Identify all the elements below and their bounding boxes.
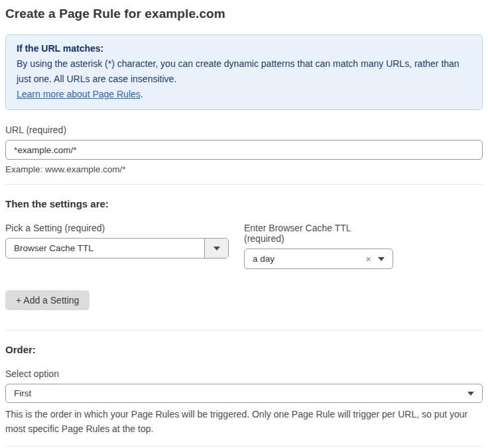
setting-picker-value: Browser Cache TTL xyxy=(6,243,204,253)
url-example-helper: Example: www.example.com/* xyxy=(5,164,483,174)
chevron-down-icon[interactable] xyxy=(204,239,228,258)
order-select[interactable]: First xyxy=(5,384,483,403)
setting-picker-select[interactable]: Browser Cache TTL xyxy=(5,238,229,258)
url-match-info-box: If the URL matches: By using the asteris… xyxy=(5,34,483,110)
url-field-label: URL (required) xyxy=(5,125,483,135)
divider xyxy=(5,446,483,447)
chevron-down-icon[interactable] xyxy=(378,257,393,261)
settings-row: Pick a Setting (required) Browser Cache … xyxy=(5,223,483,269)
order-select-value: First xyxy=(6,388,467,398)
url-input[interactable] xyxy=(5,140,483,160)
info-box-link-line: Learn more about Page Rules. xyxy=(17,87,471,102)
chevron-down-icon[interactable] xyxy=(467,392,482,396)
divider xyxy=(5,184,483,185)
order-select-label: Select option xyxy=(5,368,483,379)
ttl-picker-label: Enter Browser Cache TTL (required) xyxy=(244,223,393,244)
ttl-picker-select[interactable]: a day × xyxy=(244,249,393,269)
info-box-body: By using the asterisk (*) character, you… xyxy=(17,56,471,87)
setting-picker-column: Pick a Setting (required) Browser Cache … xyxy=(5,223,229,269)
add-setting-button[interactable]: + Add a Setting xyxy=(5,290,90,310)
order-section-heading: Order: xyxy=(5,344,483,355)
setting-picker-label: Pick a Setting (required) xyxy=(5,223,229,233)
ttl-picker-column: Enter Browser Cache TTL (required) a day… xyxy=(244,223,393,269)
clear-icon[interactable]: × xyxy=(363,254,378,264)
link-suffix: . xyxy=(141,89,143,99)
info-box-heading: If the URL matches: xyxy=(17,41,471,56)
settings-section-heading: Then the settings are: xyxy=(5,198,483,209)
divider xyxy=(5,330,483,331)
order-helper-text: This is the order in which your Page Rul… xyxy=(5,407,483,436)
ttl-picker-value: a day xyxy=(245,254,363,264)
learn-more-link[interactable]: Learn more about Page Rules xyxy=(17,89,141,99)
page-title: Create a Page Rule for example.com xyxy=(5,7,483,21)
